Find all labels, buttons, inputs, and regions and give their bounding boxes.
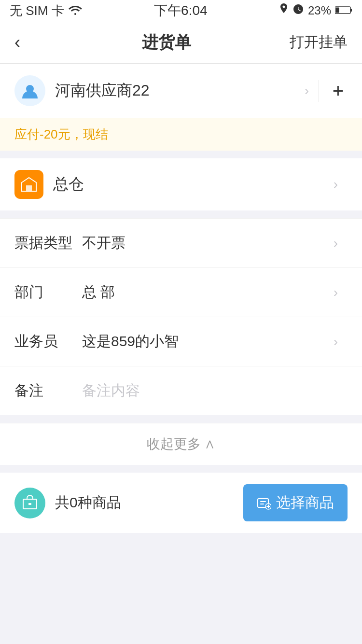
collapse-button[interactable]: 收起更多 ∧: [0, 423, 362, 465]
page-title: 进货单: [142, 31, 191, 54]
carrier-text: 无 SIM 卡: [10, 2, 64, 19]
remark-label: 备注: [14, 381, 82, 401]
warehouse-chevron-icon: ›: [334, 177, 338, 192]
warehouse-name: 总仓: [53, 174, 334, 195]
add-button[interactable]: +: [319, 80, 348, 102]
invoice-chevron-icon: ›: [334, 236, 338, 251]
supplier-avatar: [14, 75, 45, 106]
battery-icon: [335, 4, 352, 17]
product-section: 共0种商品 选择商品: [0, 473, 362, 533]
back-button[interactable]: ‹: [14, 32, 43, 53]
collapse-label: 收起更多 ∧: [147, 435, 216, 453]
remark-input[interactable]: 备注内容: [82, 381, 348, 401]
dept-chevron-icon: ›: [334, 285, 338, 300]
sales-value: 这是859的小智: [82, 332, 334, 351]
status-left: 无 SIM 卡: [10, 2, 83, 19]
dept-row[interactable]: 部门 总 部 ›: [0, 267, 362, 317]
warehouse-row[interactable]: 总仓 ›: [0, 158, 362, 210]
location-icon: [279, 3, 289, 18]
svg-rect-2: [336, 8, 339, 13]
product-icon: [14, 488, 45, 518]
alarm-icon: [292, 3, 304, 18]
svg-rect-6: [28, 503, 31, 505]
dept-label: 部门: [14, 282, 82, 302]
remark-row[interactable]: 备注 备注内容: [0, 366, 362, 415]
supplier-chevron-icon: ›: [305, 83, 309, 98]
content-area: 河南供应商22 › + 应付-20元，现结 总仓 › 票据类型 不开票 ›: [0, 64, 362, 644]
notice-bar: 应付-20元，现结: [0, 118, 362, 151]
status-right: 23%: [279, 3, 352, 18]
dept-value: 总 部: [82, 282, 334, 302]
invoice-value: 不开票: [82, 233, 334, 253]
form-section: 票据类型 不开票 › 部门 总 部 › 业务员 这是859的小智 › 备注 备注…: [0, 218, 362, 415]
sales-label: 业务员: [14, 332, 82, 351]
warehouse-icon: [14, 170, 43, 199]
supplier-section: 河南供应商22 › + 应付-20元，现结: [0, 64, 362, 151]
invoice-label: 票据类型: [14, 233, 82, 253]
invoice-row[interactable]: 票据类型 不开票 ›: [0, 218, 362, 267]
supplier-name: 河南供应商22: [55, 80, 305, 101]
select-product-label: 选择商品: [276, 493, 334, 513]
sales-chevron-icon: ›: [334, 334, 338, 350]
supplier-row[interactable]: 河南供应商22 › +: [0, 64, 362, 118]
svg-rect-4: [26, 185, 32, 191]
time-display: 下午6:04: [154, 1, 208, 20]
open-pending-button[interactable]: 打开挂单: [290, 32, 348, 52]
bottom-area: [0, 533, 362, 644]
battery-text: 23%: [308, 4, 331, 17]
svg-rect-1: [350, 9, 352, 12]
status-bar: 无 SIM 卡 下午6:04 23%: [0, 0, 362, 21]
warehouse-section: 总仓 ›: [0, 158, 362, 210]
product-count: 共0种商品: [55, 493, 243, 513]
select-product-button[interactable]: 选择商品: [243, 484, 348, 521]
nav-bar: ‹ 进货单 打开挂单: [0, 21, 362, 64]
sales-row[interactable]: 业务员 这是859的小智 ›: [0, 317, 362, 366]
select-product-icon: [257, 496, 271, 510]
notice-text: 应付-20元，现结: [14, 127, 108, 141]
wifi-icon: [68, 3, 83, 18]
